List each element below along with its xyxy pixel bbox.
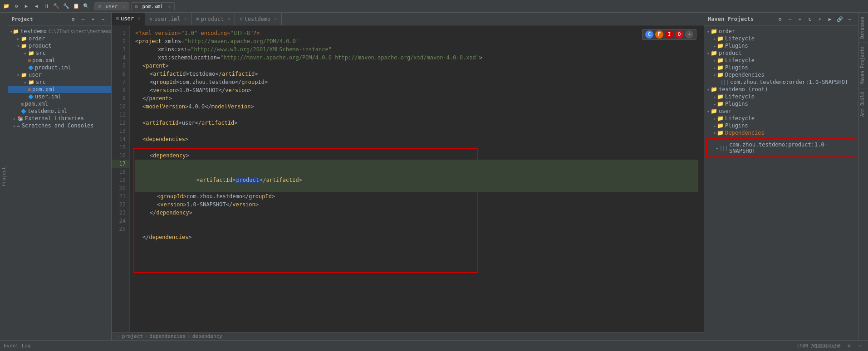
tree-item-user-pom[interactable]: ▸ m pom.xml bbox=[8, 86, 111, 93]
toolbar-icon-2[interactable]: ⚙ bbox=[12, 2, 21, 11]
maven-item-product-plugins[interactable]: ▸ 📁 Plugins bbox=[704, 64, 858, 71]
maven-item-product-dep-order[interactable]: ||| com.zhou.testdemo:order:1.0-SNAPSHOT bbox=[704, 78, 858, 86]
tree-item-product-src[interactable]: ▸ 📁 src bbox=[8, 49, 111, 57]
side-label-maven[interactable]: Maven Projects bbox=[858, 42, 868, 88]
project-collapse-icon[interactable]: – bbox=[78, 15, 88, 24]
maven-refresh-icon[interactable]: ↻ bbox=[805, 15, 814, 24]
side-label-database[interactable]: Database bbox=[858, 13, 868, 42]
code-content[interactable]: C F I O + <?xml version="1.0" encoding="… bbox=[130, 25, 704, 332]
toolbar-icon-5[interactable]: ⏸ bbox=[42, 2, 51, 11]
maven-item-order-lifecycle[interactable]: ▸ 📁 Lifecycle bbox=[704, 35, 858, 42]
toolbar-icon-4[interactable]: ◀ bbox=[32, 2, 41, 11]
top-tab-pomxml[interactable]: m pom.xml × bbox=[131, 2, 175, 10]
project-panel-header: Project ⚙ – + ⋯ bbox=[8, 13, 111, 26]
line-numbers: 123 456 789 101112 131415 1617 181920 21… bbox=[112, 25, 130, 332]
maven-run-icon[interactable]: ▶ bbox=[825, 15, 834, 24]
tree-item-root-pom[interactable]: ▸ m pom.xml bbox=[8, 100, 111, 107]
breadcrumb-project[interactable]: project bbox=[122, 333, 143, 339]
maven-item-order-plugins[interactable]: ▸ 📁 Plugins bbox=[704, 42, 858, 49]
tree-item-product-iml[interactable]: ▸ 🔷 product.iml bbox=[8, 64, 111, 71]
project-expand-icon[interactable]: + bbox=[88, 15, 98, 24]
maven-item-testdemo[interactable]: ▾ 📁 testdemo (root) bbox=[704, 86, 858, 93]
code-line-17: <artifactId>product</artifactId> bbox=[135, 160, 698, 192]
editor-tab-testdemo[interactable]: m testdemo × bbox=[235, 13, 282, 25]
tab-close-testdemo[interactable]: × bbox=[274, 16, 277, 21]
project-settings-icon[interactable]: ⚙ bbox=[69, 15, 78, 24]
maven-item-order[interactable]: ▾ 📁 order bbox=[704, 28, 858, 35]
maven-item-user-lifecycle[interactable]: ▸ 📁 Lifecycle bbox=[704, 115, 858, 122]
toolbar-icon-1[interactable]: 📁 bbox=[2, 2, 11, 11]
side-label-ant[interactable]: Ant Build bbox=[858, 88, 868, 120]
toolbar-icon-8[interactable]: 📋 bbox=[72, 2, 81, 11]
maven-minus-icon[interactable]: – bbox=[785, 15, 794, 24]
maven-projects-panel: Maven Projects ⚙ – + ↻ ⬇ ▶ 🔗 ⋯ ▾ 📁 or bbox=[704, 13, 858, 340]
tab-close-product[interactable]: × bbox=[227, 16, 230, 21]
tab-close-user[interactable]: × bbox=[137, 16, 140, 21]
project-panel-label[interactable]: Project bbox=[0, 13, 8, 340]
breadcrumb-dependencies[interactable]: dependencies bbox=[150, 333, 186, 339]
code-line-3: xmlns:xsi="http://www.w3.org/2001/XMLSch… bbox=[135, 45, 698, 54]
maven-panel-title: Maven Projects bbox=[708, 16, 754, 22]
project-title: Project bbox=[12, 16, 33, 22]
toolbar-icons: 📁 ⚙ ▶ ◀ ⏸ 🔨 🔧 📋 🔍 bbox=[2, 2, 91, 11]
tree-item-user[interactable]: ▾ 📁 user bbox=[8, 71, 111, 78]
maven-item-user-deps[interactable]: ▾ 📁 Dependencies bbox=[704, 129, 858, 136]
editor-tab-useriml[interactable]: u user.iml × bbox=[145, 13, 192, 25]
event-log-label[interactable]: Event Log bbox=[4, 343, 31, 349]
tree-item-external-libs[interactable]: ▸ 📚 External Libraries bbox=[8, 115, 111, 122]
maven-plus-icon[interactable]: + bbox=[795, 15, 804, 24]
code-line-23: </dependencies> bbox=[135, 233, 698, 241]
tree-item-root-iml[interactable]: ▸ 🔷 testdemo.iml bbox=[8, 107, 111, 115]
tree-item-product-pom[interactable]: ▸ m pom.xml bbox=[8, 57, 111, 64]
editor-area: m user × u user.iml × m product × m test… bbox=[112, 13, 704, 340]
top-tab-bar: m user × m pom.xml × bbox=[94, 2, 175, 10]
maven-item-user-dep-product[interactable]: ▸ ||| com.zhou.testdemo:product:1.0-SNAP… bbox=[709, 141, 853, 155]
top-tab-user[interactable]: m user × bbox=[94, 2, 129, 10]
maven-item-product[interactable]: ▾ 📁 product bbox=[704, 49, 858, 57]
maven-settings-icon[interactable]: ⚙ bbox=[775, 15, 785, 24]
toolbar-icon-6[interactable]: 🔨 bbox=[52, 2, 61, 11]
code-line-10: <modelVersion>4.0.0</modelVersion> bbox=[135, 102, 698, 111]
code-line-21 bbox=[135, 217, 698, 225]
project-header-icons: ⚙ – + ⋯ bbox=[69, 15, 108, 24]
maven-link-icon[interactable]: 🔗 bbox=[835, 15, 844, 24]
project-more-icon[interactable]: ⋯ bbox=[98, 15, 108, 24]
tree-item-order[interactable]: ▸ 📁 order bbox=[8, 35, 111, 42]
code-line-6: <artifactId>testdemo</artifactId> bbox=[135, 70, 698, 78]
code-line-15 bbox=[135, 143, 698, 151]
maven-item-user[interactable]: ▾ 📁 user bbox=[704, 107, 858, 115]
code-line-14: <dependencies> bbox=[135, 135, 698, 143]
maven-item-user-plugins[interactable]: ▸ 📁 Plugins bbox=[704, 122, 858, 129]
maven-panel-header: Maven Projects ⚙ – + ↻ ⬇ ▶ 🔗 ⋯ bbox=[704, 13, 858, 26]
maven-item-product-lifecycle[interactable]: ▸ 📁 Lifecycle bbox=[704, 57, 858, 64]
breadcrumb-bar: › project › dependencies › dependency bbox=[112, 332, 704, 340]
bottom-settings-icon[interactable]: ⚙ bbox=[844, 341, 853, 351]
tree-item-testdemo[interactable]: ▾ 📁 testdemo C:\ZTools\test\testdemo bbox=[8, 28, 111, 35]
toolbar-icon-7[interactable]: 🔧 bbox=[62, 2, 71, 11]
maven-tree: ▾ 📁 order ▸ 📁 Lifecycle ▸ 📁 Plugins ▾ bbox=[704, 26, 858, 340]
code-line-13 bbox=[135, 127, 698, 135]
maven-download-icon[interactable]: ⬇ bbox=[815, 15, 824, 24]
maven-item-testdemo-lifecycle[interactable]: ▸ 📁 Lifecycle bbox=[704, 93, 858, 100]
breadcrumb-dependency[interactable]: dependency bbox=[192, 333, 222, 339]
csdn-watermark: CSDN @性能测试记录 bbox=[797, 343, 841, 349]
editor-tab-product[interactable]: m product × bbox=[192, 13, 235, 25]
code-editor[interactable]: 123 456 789 101112 131415 1617 181920 21… bbox=[112, 25, 704, 332]
maven-more-icon[interactable]: ⋯ bbox=[845, 15, 854, 24]
tree-item-user-src[interactable]: ▸ 📁 src bbox=[8, 78, 111, 86]
maven-item-product-deps[interactable]: ▾ 📁 Dependencies bbox=[704, 71, 858, 78]
tree-item-user-iml[interactable]: ▸ 🔷 user.iml bbox=[8, 93, 111, 100]
editor-tab-user[interactable]: m user × bbox=[112, 13, 145, 25]
event-log-bar: Event Log CSDN @性能测试记录 ⚙ ⋯ bbox=[0, 340, 868, 351]
code-line-2: <project xmlns="http://maven.apache.org/… bbox=[135, 37, 698, 45]
tree-item-product[interactable]: ▾ 📁 product bbox=[8, 42, 111, 49]
code-line-18: <groupId>com.zhou.testdemo</groupId> bbox=[135, 192, 698, 200]
maven-item-testdemo-plugins[interactable]: ▸ 📁 Plugins bbox=[704, 100, 858, 107]
tab-close-useriml[interactable]: × bbox=[184, 16, 187, 21]
code-line-7: <groupId>com.zhou.testdemo</groupId> bbox=[135, 78, 698, 86]
bottom-more-icon[interactable]: ⋯ bbox=[855, 341, 864, 351]
toolbar-icon-9[interactable]: 🔍 bbox=[82, 2, 91, 11]
toolbar-icon-3[interactable]: ▶ bbox=[22, 2, 31, 11]
code-line-22 bbox=[135, 225, 698, 233]
tree-item-scratches[interactable]: ▸ ✏️ Scratches and Consoles bbox=[8, 122, 111, 129]
